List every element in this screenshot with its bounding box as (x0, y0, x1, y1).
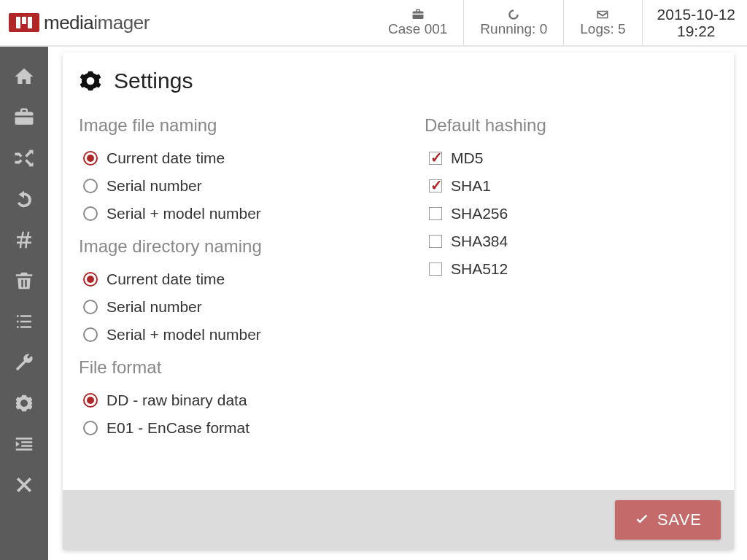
option-label: SHA1 (451, 177, 491, 195)
indent-icon (13, 433, 35, 455)
hashing-option[interactable]: SHA512 (425, 255, 712, 283)
radio-icon (83, 421, 98, 435)
hashing-option[interactable]: MD5 (425, 144, 712, 172)
app-logo: mediaimager (9, 12, 150, 34)
trash-icon (13, 270, 35, 292)
nav-close[interactable] (10, 471, 38, 499)
option-label: SHA512 (451, 260, 508, 278)
option-label: DD - raw binary data (107, 392, 247, 409)
spinner-icon (506, 8, 522, 21)
radio-icon (83, 327, 98, 342)
app-header: mediaimager Case 001 Running: 0 Logs: 5 … (0, 0, 747, 47)
checkbox-icon (429, 262, 442, 276)
option-label: Current date time (107, 271, 225, 288)
briefcase-icon (410, 8, 426, 21)
image-dir-naming-option[interactable]: Current date time (79, 265, 366, 293)
image-file-naming-option[interactable]: Serial number (79, 172, 366, 200)
shuffle-icon (13, 147, 35, 169)
save-button[interactable]: SAVE (615, 500, 721, 540)
nav-list[interactable] (10, 308, 38, 335)
logs-status[interactable]: Logs: 5 (563, 0, 641, 45)
option-label: Serial number (107, 298, 202, 316)
nav-home[interactable] (10, 63, 38, 90)
nav-settings[interactable] (10, 389, 38, 417)
checkbox-icon (429, 235, 442, 248)
home-icon (13, 66, 35, 88)
check-icon (634, 512, 650, 528)
logo-mark-icon (9, 13, 39, 32)
panel-footer: SAVE (63, 490, 734, 550)
nav-hash[interactable] (10, 226, 38, 254)
image-dir-naming-option[interactable]: Serial number (79, 293, 366, 321)
hashing-option[interactable]: SHA1 (425, 172, 712, 200)
nav-indent[interactable] (10, 430, 38, 458)
radio-icon (83, 179, 98, 193)
close-icon (13, 474, 35, 496)
envelope-icon (595, 8, 611, 21)
checkbox-icon (429, 152, 442, 165)
image-file-naming-option[interactable]: Current date time (79, 144, 366, 172)
hashing-option[interactable]: SHA256 (425, 200, 712, 228)
case-status[interactable]: Case 001 (372, 0, 463, 45)
section-file-format: File format (79, 357, 366, 378)
radio-icon (83, 272, 98, 287)
logo-text: mediaimager (44, 12, 150, 34)
list-icon (13, 311, 35, 332)
image-dir-naming-option[interactable]: Serial + model number (79, 321, 366, 349)
panel-title: Settings (114, 69, 193, 93)
radio-icon (83, 300, 98, 314)
undo-icon (13, 188, 35, 210)
radio-icon (83, 206, 98, 221)
nav-trash[interactable] (10, 267, 38, 295)
sidebar (0, 47, 48, 560)
nav-shuffle[interactable] (10, 144, 38, 172)
option-label: SHA384 (451, 233, 508, 250)
option-label: MD5 (451, 149, 483, 167)
nav-undo[interactable] (10, 185, 38, 213)
logs-label: Logs: 5 (580, 21, 625, 37)
running-status[interactable]: Running: 0 (463, 0, 563, 45)
gear-icon (79, 69, 102, 93)
checkbox-icon (429, 207, 442, 220)
briefcase-icon (13, 106, 35, 128)
section-image-file-naming: Image file naming (79, 115, 366, 136)
case-label: Case 001 (388, 21, 447, 37)
option-label: Serial + model number (107, 205, 261, 222)
panel-header: Settings (63, 52, 734, 96)
option-label: Current date time (107, 149, 225, 167)
nav-tools[interactable] (10, 349, 38, 376)
option-label: E01 - EnCase format (107, 419, 249, 437)
radio-icon (83, 151, 98, 166)
option-label: Serial + model number (107, 326, 261, 343)
wrench-icon (13, 351, 35, 373)
image-file-naming-option[interactable]: Serial + model number (79, 200, 366, 228)
file-format-option[interactable]: E01 - EnCase format (79, 414, 366, 442)
option-label: SHA256 (451, 205, 508, 222)
datetime: 2015-10-12 19:22 (642, 0, 738, 45)
time-label: 19:22 (677, 23, 716, 39)
save-button-label: SAVE (657, 510, 702, 529)
option-label: Serial number (107, 177, 202, 195)
nav-case[interactable] (10, 104, 38, 131)
hash-icon (13, 229, 35, 251)
section-default-hashing: Default hashing (425, 115, 712, 136)
running-label: Running: 0 (480, 21, 547, 37)
date-label: 2015-10-12 (657, 6, 735, 23)
section-image-dir-naming: Image directory naming (79, 236, 366, 257)
hashing-option[interactable]: SHA384 (425, 228, 712, 255)
settings-panel: Settings Image file naming Current date … (63, 52, 734, 550)
radio-icon (83, 393, 98, 408)
panel-body: Image file naming Current date timeSeria… (63, 96, 734, 490)
checkbox-icon (429, 179, 442, 192)
gear-icon (13, 392, 35, 414)
file-format-option[interactable]: DD - raw binary data (79, 386, 366, 414)
